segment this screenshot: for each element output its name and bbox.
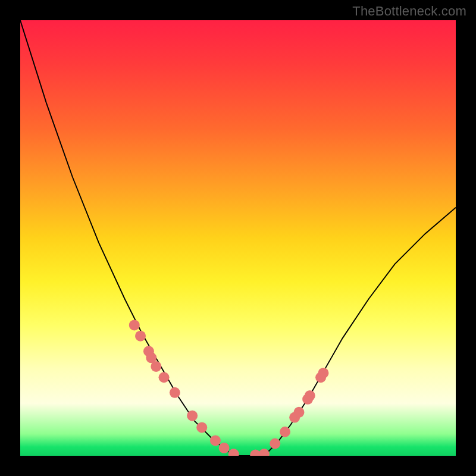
data-dot	[259, 449, 270, 456]
data-dot	[129, 320, 140, 330]
data-dot	[270, 439, 280, 449]
chart-svg	[20, 20, 456, 456]
data-dot	[305, 390, 315, 401]
chart-frame: TheBottleneck.com	[0, 0, 476, 476]
data-dot	[228, 449, 239, 456]
data-dot	[159, 372, 170, 383]
data-dot	[187, 411, 198, 421]
data-dot	[135, 331, 146, 342]
watermark-text: TheBottleneck.com	[352, 4, 466, 19]
data-dot	[280, 427, 290, 437]
data-dot	[293, 407, 304, 418]
data-dot	[196, 422, 207, 433]
plot-area	[20, 20, 456, 456]
data-dot	[151, 361, 161, 372]
data-dot	[219, 443, 230, 453]
data-dots	[129, 320, 329, 456]
data-dot	[210, 435, 221, 446]
curve-left	[20, 20, 234, 456]
data-dot	[170, 387, 180, 398]
data-dot	[318, 368, 328, 378]
